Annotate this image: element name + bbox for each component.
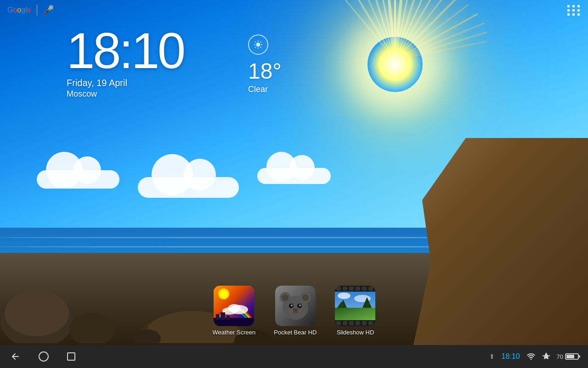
app-weather-screen[interactable]: Weather Screen <box>213 286 256 336</box>
back-button[interactable] <box>9 351 20 362</box>
svg-point-77 <box>338 293 351 299</box>
clock-location: Moscow <box>67 89 184 99</box>
svg-rect-74 <box>368 321 373 325</box>
svg-rect-65 <box>356 287 360 291</box>
battery-fill <box>566 355 574 358</box>
svg-rect-67 <box>368 287 373 291</box>
svg-rect-47 <box>226 316 230 320</box>
slideshow-hd-icon[interactable] <box>335 286 375 326</box>
svg-rect-63 <box>343 287 347 291</box>
cloud-1 <box>37 170 119 189</box>
svg-point-56 <box>291 305 293 306</box>
clock-widget: 18:10 Friday, 19 April Moscow <box>67 25 184 99</box>
status-time: 18:10 <box>501 352 520 361</box>
status-bar: ⬆ 18:10 70 <box>489 352 579 362</box>
google-text: Google <box>7 6 31 14</box>
cloud-3 <box>257 168 331 184</box>
battery-bar <box>565 353 579 360</box>
google-logo: Google <box>7 6 31 14</box>
svg-point-53 <box>302 294 309 301</box>
apps-grid-icon[interactable] <box>567 5 581 16</box>
microphone-icon[interactable]: 🎤 <box>43 5 54 16</box>
recent-apps-button[interactable] <box>67 352 75 361</box>
svg-rect-70 <box>343 321 347 325</box>
svg-rect-45 <box>216 314 220 320</box>
svg-rect-73 <box>362 321 367 325</box>
slideshow-hd-label: Slideshow HD <box>337 329 374 336</box>
top-bar-divider <box>37 5 37 16</box>
svg-rect-62 <box>336 287 341 291</box>
pocket-bear-label: Pocket Bear HD <box>274 329 317 336</box>
weather-widget: 18° Clear <box>248 34 282 94</box>
svg-rect-44 <box>214 318 254 326</box>
svg-point-59 <box>290 307 301 315</box>
top-bar: Google 🎤 <box>0 0 588 20</box>
airplane-icon <box>542 352 550 362</box>
svg-point-29 <box>256 43 260 46</box>
svg-rect-72 <box>356 321 360 325</box>
svg-rect-69 <box>336 321 341 325</box>
svg-line-36 <box>260 41 261 42</box>
svg-line-35 <box>260 47 261 48</box>
svg-rect-46 <box>220 312 225 320</box>
svg-rect-76 <box>335 308 375 320</box>
pocket-bear-icon[interactable] <box>275 286 316 326</box>
navigation-bar: ⬆ 18:10 70 <box>0 345 588 368</box>
nav-left-buttons <box>9 351 75 362</box>
app-dock: Weather Screen <box>0 286 588 345</box>
wifi-icon <box>526 352 536 361</box>
clock-time: 18:10 <box>67 25 184 76</box>
battery-percent-text: 70 <box>557 353 563 360</box>
weather-screen-label: Weather Screen <box>213 329 256 336</box>
app-slideshow-hd[interactable]: Slideshow HD <box>335 286 375 336</box>
weather-temperature: 18° <box>248 58 282 84</box>
weather-sun-icon <box>248 34 268 55</box>
weather-screen-icon[interactable] <box>214 286 254 326</box>
weather-condition: Clear <box>248 85 282 94</box>
sun-glow <box>368 37 423 92</box>
svg-point-40 <box>220 290 227 298</box>
svg-rect-71 <box>349 321 354 325</box>
svg-rect-66 <box>362 287 367 291</box>
svg-point-52 <box>282 294 288 301</box>
clock-date: Friday, 19 April <box>67 78 184 88</box>
app-pocket-bear[interactable]: Pocket Bear HD <box>274 286 317 336</box>
home-button[interactable] <box>39 351 49 362</box>
battery-indicator: 70 <box>557 353 579 360</box>
cloud-2 <box>138 177 239 198</box>
svg-line-37 <box>255 47 256 48</box>
svg-point-82 <box>530 358 531 360</box>
usb-icon: ⬆ <box>489 353 495 360</box>
svg-rect-64 <box>349 287 354 291</box>
svg-point-57 <box>299 305 301 306</box>
svg-line-34 <box>255 41 256 42</box>
